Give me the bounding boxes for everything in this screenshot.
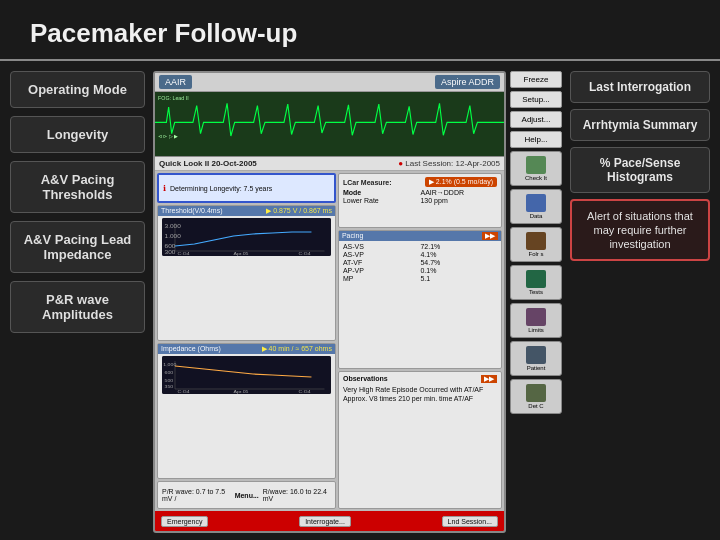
patient-button[interactable]: Patient — [510, 341, 562, 376]
last-interrogation-item[interactable]: Last Interrogation — [570, 71, 710, 103]
sidebar-item-operating-mode[interactable]: Operating Mode — [10, 71, 145, 108]
pace-sense-histograms-item[interactable]: % Pace/Sense Histograms — [570, 147, 710, 193]
folr-button[interactable]: Folr s — [510, 227, 562, 262]
device-header-left: AAIR — [159, 75, 192, 89]
quick-look-bar: Quick Look II 20-Oct-2005 ● Last Session… — [155, 157, 504, 171]
alert-item[interactable]: Alert of situations that may require fur… — [570, 199, 710, 261]
alert-text-label: Alert of situations that may require fur… — [587, 210, 693, 250]
limits-button[interactable]: Limits — [510, 303, 562, 338]
threshold-graph: 3.000 1.000 600 300 C:G4 Apr.05 C:G4 — [162, 218, 331, 256]
impedance-graph: 1,000 600 500 350 C:G4 Apr.05 C:G4 — [162, 356, 331, 394]
limits-icon — [526, 308, 546, 326]
ecg-area: FOG: Lead II ⊲ ⊳ ▷ ▶ — [155, 92, 504, 157]
svg-text:C:G4: C:G4 — [178, 390, 191, 394]
sidebar-item-longevity[interactable]: Longevity — [10, 116, 145, 153]
lnd-session-button[interactable]: Lnd Session... — [442, 516, 498, 527]
svg-rect-0 — [155, 92, 504, 141]
tests-icon — [526, 270, 546, 288]
svg-text:600: 600 — [165, 244, 176, 249]
center-wrapper: AAIR Aspire ADDR FOG: Lead II ⊲ ⊳ ▷ ▶ — [153, 71, 562, 533]
pacing-data: AS-VS 72.1% AS-VP 4.1% AT-VF 54.7% AP-VP… — [343, 243, 497, 282]
svg-text:C:G4: C:G4 — [178, 252, 191, 256]
longevity-panel: ℹ Determining Longevity: 7.5 years — [157, 173, 336, 203]
svg-text:1,000: 1,000 — [163, 363, 176, 367]
check-icon — [526, 156, 546, 174]
lead-impedance-panel: Impedance (Ohms) ▶ 40 min / ≈ 657 ohms 1… — [157, 343, 336, 479]
svg-text:FOG: Lead II: FOG: Lead II — [158, 95, 189, 101]
panel-col-right: LCar Measure: ▶ 2.1% (0.5 mo/day) Mode A… — [338, 173, 502, 509]
longevity-text: Determining Longevity: 7.5 years — [170, 185, 272, 192]
det-icon — [526, 384, 546, 402]
observations-panel: Observations ▶▶ Very High Rate Episode O… — [338, 371, 502, 510]
patient-icon — [526, 346, 546, 364]
last-interrogation-label: Last Interrogation — [589, 80, 691, 94]
ecg-trace: FOG: Lead II ⊲ ⊳ ▷ ▶ — [155, 92, 504, 141]
svg-text:Apr.05: Apr.05 — [233, 252, 248, 256]
arrhythmia-summary-label: Arrhtymia Summary — [583, 118, 698, 132]
mode-panel: LCar Measure: ▶ 2.1% (0.5 mo/day) Mode A… — [338, 173, 502, 228]
setup-button[interactable]: Setup... — [510, 91, 562, 108]
right-sidebar: Last Interrogation Arrhtymia Summary % P… — [570, 71, 710, 533]
title-bar: Pacemaker Follow-up — [0, 0, 720, 61]
session-info: Quick Look II 20-Oct-2005 — [159, 159, 257, 168]
panel-col-left: ℹ Determining Longevity: 7.5 years Thres… — [157, 173, 336, 509]
page-title: Pacemaker Follow-up — [30, 18, 297, 48]
page-container: Pacemaker Follow-up Operating Mode Longe… — [0, 0, 720, 540]
svg-text:350: 350 — [165, 385, 174, 389]
svg-rect-3 — [162, 218, 331, 256]
device-footer: Emergency Interrogate... Lnd Session... — [155, 511, 504, 531]
svg-text:600: 600 — [165, 371, 174, 375]
det-button[interactable]: Det C — [510, 379, 562, 414]
svg-text:Apr.05: Apr.05 — [233, 390, 248, 394]
main-content: Operating Mode Longevity A&V Pacing Thre… — [0, 61, 720, 540]
svg-text:C:G4: C:G4 — [298, 390, 311, 394]
svg-text:C:G4: C:G4 — [298, 252, 311, 256]
adjust-button[interactable]: Adjust... — [510, 111, 562, 128]
device-header: AAIR Aspire ADDR — [155, 73, 504, 92]
tests-button[interactable]: Tests — [510, 265, 562, 300]
svg-text:500: 500 — [165, 379, 174, 383]
device-ui: AAIR Aspire ADDR FOG: Lead II ⊲ ⊳ ▷ ▶ — [153, 71, 506, 533]
svg-text:3.000: 3.000 — [165, 224, 181, 229]
sidebar-item-av-pacing-lead-impedance[interactable]: A&V Pacing Lead Impedance — [10, 221, 145, 273]
folr-icon — [526, 232, 546, 250]
interrogate-button[interactable]: Interrogate... — [299, 516, 351, 527]
threshold-panel: Threshold(V/0.4ms) ▶ 0.875 V / 0.867 ms … — [157, 205, 336, 341]
device-right-buttons: Freeze Setup... Adjust... Help... Check … — [510, 71, 562, 533]
pr-wave-panel: P/R wave: 0.7 to 7.5 mV / Menu... R/wave… — [157, 481, 336, 509]
svg-text:⊲ ⊳ ▷ ▶: ⊲ ⊳ ▷ ▶ — [158, 134, 178, 139]
threshold-title: Threshold(V/0.4ms) ▶ 0.875 V / 0.867 ms — [158, 206, 335, 216]
sidebar-item-pr-wave-amplitudes[interactable]: P&R wave Amplitudes — [10, 281, 145, 333]
mode-info: Mode AAIR→DDDR Lower Rate 130 ppm — [343, 189, 497, 204]
check-it-button[interactable]: Check It — [510, 151, 562, 186]
svg-text:300: 300 — [165, 250, 176, 255]
pacing-panel: Pacing ▶▶ AS-VS 72.1% AS-VP 4.1% AT-VF 5… — [338, 230, 502, 369]
pace-sense-histograms-label: % Pace/Sense Histograms — [600, 156, 681, 184]
data-icon — [526, 194, 546, 212]
data-panels: ℹ Determining Longevity: 7.5 years Thres… — [155, 171, 504, 511]
arrhythmia-summary-item[interactable]: Arrhtymia Summary — [570, 109, 710, 141]
observations-text: Very High Rate Episode Occurred with AT/… — [343, 385, 497, 405]
device-header-right: Aspire ADDR — [435, 75, 500, 89]
impedance-title: Impedance (Ohms) ▶ 40 min / ≈ 657 ohms — [158, 344, 335, 354]
pacing-title: Pacing ▶▶ — [339, 231, 501, 241]
left-sidebar: Operating Mode Longevity A&V Pacing Thre… — [10, 71, 145, 533]
svg-rect-13 — [162, 356, 331, 394]
sidebar-item-av-pacing-thresholds[interactable]: A&V Pacing Thresholds — [10, 161, 145, 213]
help-button[interactable]: Help... — [510, 131, 562, 148]
data-button[interactable]: Data — [510, 189, 562, 224]
svg-text:1.000: 1.000 — [165, 234, 181, 239]
last-session: ● Last Session: 12-Apr-2005 — [398, 159, 500, 168]
emergency-button[interactable]: Emergency — [161, 516, 208, 527]
freeze-button[interactable]: Freeze — [510, 71, 562, 88]
